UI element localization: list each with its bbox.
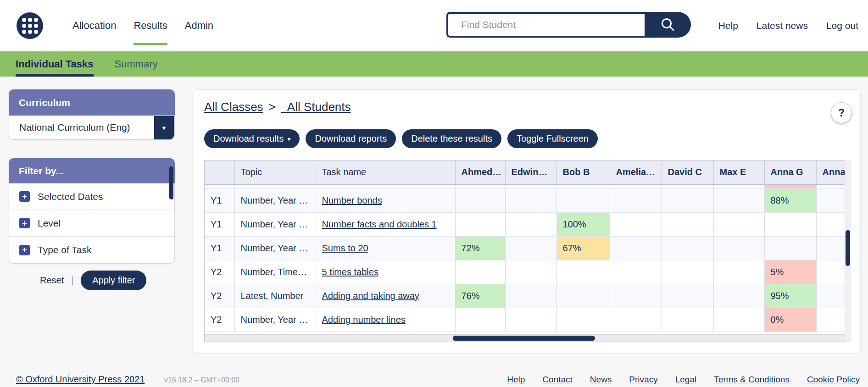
search-icon [660,17,676,33]
task-link[interactable]: Adding and taking away [322,291,419,301]
tab-summary[interactable]: Summary [115,51,158,77]
header-task-name[interactable]: Task name [316,160,455,184]
subnav-tabs: Individual TasksSummary [0,51,868,77]
score-cell [662,212,713,236]
download-reports-button[interactable]: Download reports [306,129,396,148]
actions-divider: | [71,275,73,286]
footer-link-legal[interactable]: Legal [675,375,697,385]
copyright-link[interactable]: © Oxford University Press 2021 [16,374,145,385]
filter-item-label: Type of Task [38,244,92,255]
horizontal-scrollbar-track [205,334,851,342]
header-topic[interactable]: Topic [234,160,316,184]
score-cell [713,308,764,332]
curriculum-select[interactable]: National Curriculum (Eng) ▾ [9,116,175,140]
tab-individual-tasks[interactable]: Individual Tasks [16,51,94,77]
partial-cell [316,184,455,188]
curriculum-selected-value: National Curriculum (Eng) [19,122,130,133]
partial-score-cell [713,184,764,188]
score-cell [764,236,816,260]
results-table-wrap: TopicTask nameAhmed…Edwin…Bob BAmelia…Da… [204,160,851,342]
dots-grid-icon [22,18,38,34]
utility-link-help[interactable]: Help [718,20,738,31]
filter-item-level[interactable]: +Level [9,210,174,237]
utility-nav: HelpLatest newsLog out [718,0,858,51]
footer-link-cookie-policy[interactable]: Cookie Policy [807,375,860,385]
task-cell: Number bonds [316,188,455,212]
main-nav: AllocationResultsAdmin [72,0,213,51]
filter-item-selected-dates[interactable]: +Selected Dates [9,183,174,210]
breadcrumb: All Classes > All Students [204,100,351,114]
nav-item-allocation[interactable]: Allocation [72,20,116,32]
score-cell [610,308,662,332]
search-button[interactable] [645,12,691,38]
task-link[interactable]: Adding number lines [322,315,406,325]
score-cell [662,236,713,260]
delete-these-results-button[interactable]: Delete these results [402,129,501,148]
expand-plus-icon[interactable]: + [19,191,30,202]
task-link[interactable]: Number bonds [322,195,382,205]
task-cell: 5 times tables [316,260,455,284]
filter-list: +Selected Dates+Level+Type of Task [9,183,175,264]
horizontal-scrollbar-thumb[interactable] [453,336,595,341]
task-link[interactable]: Number facts and doubles 1 [322,219,437,229]
student-header-anna-g[interactable]: Anna G [764,160,816,184]
reset-link[interactable]: Reset [40,275,64,286]
score-cell [610,212,662,236]
sidebar-scrollbar-thumb[interactable] [169,166,173,199]
score-cell [455,212,505,236]
score-cell [455,308,505,332]
student-header-ahmed[interactable]: Ahmed… [455,160,505,184]
expand-plus-icon[interactable]: + [19,218,30,228]
breadcrumb-all-classes[interactable]: All Classes [204,100,263,114]
download-results-button[interactable]: Download results▾ [204,129,300,148]
partial-score-cell [610,184,662,188]
score-cell [505,236,556,260]
chevron-down-icon[interactable]: ▾ [154,116,174,139]
score-cell [713,284,764,308]
breadcrumb-all-students[interactable]: All Students [281,100,351,114]
app-logo[interactable] [17,12,43,39]
task-link[interactable]: 5 times tables [322,267,378,277]
topic-cell: Number, Year … [234,188,316,212]
nav-item-admin[interactable]: Admin [185,20,213,32]
score-cell [556,188,610,212]
task-cell: Adding and taking away [316,284,455,308]
contextual-help-button[interactable]: ? [831,102,852,123]
score-cell [610,260,662,284]
score-cell [505,212,556,236]
utility-link-latest-news[interactable]: Latest news [757,20,808,31]
score-cell: 72% [455,236,505,260]
score-cell [455,260,505,284]
filter-panel: Filter by... +Selected Dates+Level+Type … [9,158,175,264]
vertical-scrollbar-thumb[interactable] [846,230,850,266]
nav-item-results[interactable]: Results [134,20,167,32]
filter-item-type-of-task[interactable]: +Type of Task [9,237,174,263]
utility-link-log-out[interactable]: Log out [826,20,858,31]
task-link[interactable]: Sums to 20 [322,243,368,253]
partial-score-cell [556,184,610,188]
footer-link-contact[interactable]: Contact [542,375,572,385]
student-header-bob-b[interactable]: Bob B [556,160,610,184]
footer-link-terms-conditions[interactable]: Terms & Conditions [714,375,790,385]
footer-link-privacy[interactable]: Privacy [629,375,657,385]
search-input[interactable] [446,12,645,38]
score-cell: 88% [764,188,816,212]
table-row: Y2Number, Year …Adding number lines0% [205,308,851,332]
expand-plus-icon[interactable]: + [19,245,30,255]
score-cell [764,212,816,236]
footer-link-news[interactable]: News [590,375,612,385]
version-text: v16.18.2 – GMT+00:00 [164,376,239,384]
score-cell: 5% [764,260,816,284]
apply-filter-button[interactable]: Apply filter [81,271,146,290]
footer-link-help[interactable]: Help [507,375,525,385]
student-header-david-c[interactable]: David C [662,160,713,184]
toggle-fullscreen-button[interactable]: Toggle Fullscreen [507,129,598,148]
score-cell [610,284,662,308]
filter-item-label: Level [38,218,61,229]
student-header-amelia[interactable]: Amelia… [610,160,662,184]
student-header-edwin[interactable]: Edwin… [505,160,556,184]
score-cell: 67% [556,236,610,260]
student-header-max-e[interactable]: Max E [713,160,764,184]
score-cell [556,260,610,284]
table-row: Y2Latest, NumberAdding and taking away76… [205,284,851,308]
